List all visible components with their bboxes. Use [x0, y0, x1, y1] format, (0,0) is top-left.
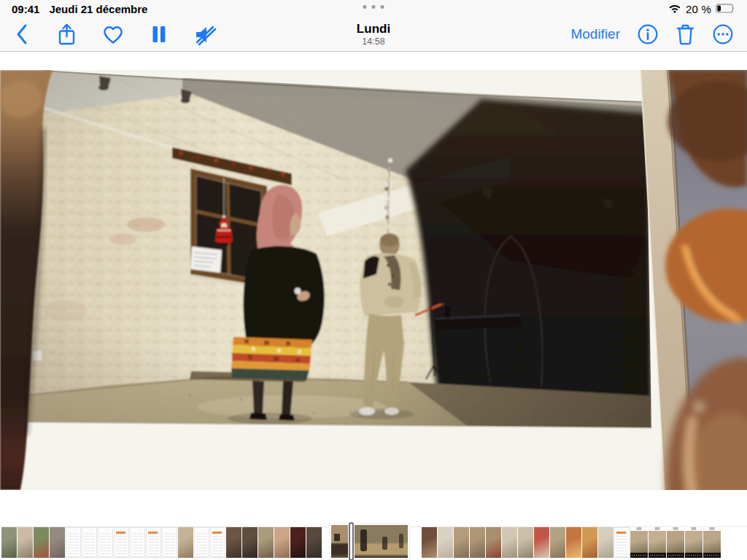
- video-duration-band: [703, 553, 721, 558]
- thumbnail-video[interactable]: [703, 527, 721, 558]
- thumbnail-doc[interactable]: [162, 527, 177, 558]
- thumbnail-photo[interactable]: [502, 527, 517, 558]
- thumbnail-photo[interactable]: [242, 527, 258, 558]
- video-scrubber-handle[interactable]: [349, 522, 354, 560]
- thumbnail-doc[interactable]: [98, 527, 113, 558]
- top-chrome: 09:41 Jeudi 21 décembre 20 %: [0, 0, 747, 52]
- thumbnail-doc-accent[interactable]: [114, 527, 129, 558]
- video-duration-band: [630, 553, 648, 558]
- edit-button[interactable]: Modifier: [570, 26, 620, 42]
- multitasking-indicator-icon[interactable]: [363, 5, 384, 9]
- video-badge-icon: [710, 527, 715, 530]
- more-button[interactable]: [712, 23, 734, 45]
- thumbnail-video[interactable]: [630, 527, 648, 558]
- thumbnail-photo[interactable]: [34, 527, 49, 558]
- mute-button[interactable]: [194, 24, 218, 45]
- thumbnail-photo[interactable]: [566, 527, 581, 558]
- video-frame: [22, 70, 664, 435]
- thumbnail-photo[interactable]: [438, 527, 453, 558]
- battery-percent: 20 %: [686, 3, 711, 15]
- thumbnail-photo[interactable]: [518, 527, 533, 558]
- thumbnail-doc-accent[interactable]: [614, 527, 630, 558]
- video-duration-band: [649, 553, 666, 558]
- info-button[interactable]: [637, 23, 659, 45]
- thumbnail-doc[interactable]: [194, 527, 209, 558]
- thumbnail-photo[interactable]: [598, 527, 614, 558]
- thumbnail-photo[interactable]: [226, 527, 241, 558]
- thumbnail-photo[interactable]: [290, 527, 306, 558]
- thumbnail-doc[interactable]: [82, 527, 97, 558]
- nav-bar: Lundi 14:58 Modifier: [0, 18, 747, 51]
- thumbnail-photo[interactable]: [274, 527, 290, 558]
- filmstrip-frame[interactable]: [331, 525, 348, 558]
- thumbnail-doc[interactable]: [130, 527, 145, 558]
- thumbnail-strip: [0, 523, 747, 560]
- thumbnail-group-right: [422, 527, 721, 558]
- thumbnail-photo[interactable]: [470, 527, 485, 558]
- back-button[interactable]: [15, 23, 29, 46]
- thumbnail-photo[interactable]: [582, 527, 597, 558]
- video-duration-band: [685, 553, 703, 558]
- delete-button[interactable]: [676, 23, 695, 46]
- thumbnail-photo[interactable]: [486, 527, 501, 558]
- filmstrip-frame[interactable]: [355, 525, 408, 558]
- thumbnail-video[interactable]: [667, 527, 684, 558]
- thumbnail-video[interactable]: [649, 527, 666, 558]
- thumbnail-photo[interactable]: [422, 527, 437, 558]
- thumbnail-photo[interactable]: [550, 527, 565, 558]
- battery-icon: [716, 3, 735, 15]
- video-badge-icon: [673, 527, 678, 530]
- page-subtitle: 14:58: [357, 36, 390, 47]
- status-bar: 09:41 Jeudi 21 décembre 20 %: [0, 0, 747, 18]
- nav-title-block: Lundi 14:58: [357, 22, 390, 47]
- thumbnail-photo[interactable]: [306, 527, 322, 558]
- video-badge-icon: [692, 527, 697, 530]
- thumbnail-video[interactable]: [685, 527, 703, 558]
- pause-button[interactable]: [151, 25, 167, 44]
- video-duration-band: [667, 553, 684, 558]
- page-title: Lundi: [357, 22, 390, 36]
- favorite-button[interactable]: [102, 25, 124, 44]
- photo-of-device-playing-video: [0, 70, 747, 490]
- share-button[interactable]: [57, 23, 77, 47]
- thumbnail-photo[interactable]: [534, 527, 549, 558]
- video-badge-icon: [637, 527, 642, 530]
- thumbnail-doc[interactable]: [66, 527, 81, 558]
- thumbnail-photo[interactable]: [454, 527, 469, 558]
- video-badge-icon: [655, 527, 660, 530]
- main-photo[interactable]: [0, 70, 747, 490]
- status-date: Jeudi 21 décembre: [49, 3, 147, 15]
- thumbnail-group-left: [1, 527, 322, 558]
- thumbnail-doc-accent[interactable]: [210, 527, 225, 558]
- selected-video-filmstrip[interactable]: [330, 524, 409, 559]
- thumbnail-photo[interactable]: [50, 527, 65, 558]
- status-time: 09:41: [12, 3, 39, 15]
- thumbnail-photo[interactable]: [18, 527, 33, 558]
- thumbnail-photo[interactable]: [1, 527, 17, 558]
- wifi-icon: [668, 3, 681, 15]
- thumbnail-doc-accent[interactable]: [146, 527, 161, 558]
- thumbnail-photo[interactable]: [258, 527, 274, 558]
- thumbnail-photo[interactable]: [178, 527, 193, 558]
